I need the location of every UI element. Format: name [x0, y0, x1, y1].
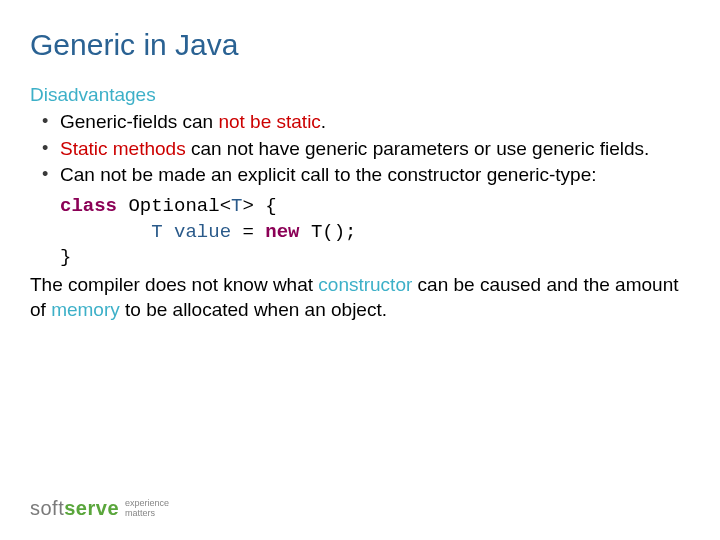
bullet-text: can not have generic parameters or use g… [186, 138, 650, 159]
bullet-text: Generic-fields can [60, 111, 218, 132]
list-item: Generic-fields can not be static. [60, 110, 690, 135]
list-item: Can not be made an explicit call to the … [60, 163, 690, 188]
code-typevar: T [151, 221, 162, 243]
footer-logo: softserve experience matters [30, 497, 169, 520]
code-text: (); [322, 221, 356, 243]
bullet-highlight: not be static [218, 111, 320, 132]
code-block: class Optional<T> { T value = new T(); } [30, 194, 690, 271]
code-indent [60, 221, 151, 243]
logo-tagline: experience matters [125, 499, 169, 519]
para-highlight: constructor [318, 274, 412, 295]
logo-serve: serve [64, 497, 119, 519]
code-keyword: class [60, 195, 117, 217]
code-ident: value [163, 221, 231, 243]
slide-content: Generic in Java Disadvantages Generic-fi… [0, 0, 720, 322]
slide-title: Generic in Java [30, 28, 690, 62]
code-text: } [60, 246, 71, 268]
bullet-highlight: Static methods [60, 138, 186, 159]
code-keyword: new [265, 221, 299, 243]
paragraph: The compiler does not know what construc… [30, 273, 690, 322]
code-text: = [231, 221, 265, 243]
code-typevar: T [299, 221, 322, 243]
code-text: > { [242, 195, 276, 217]
code-typevar: T [231, 195, 242, 217]
tagline-line: matters [125, 509, 169, 519]
para-highlight: memory [51, 299, 120, 320]
list-item: Static methods can not have generic para… [60, 137, 690, 162]
logo-soft: soft [30, 497, 64, 519]
para-text: The compiler does not know what [30, 274, 318, 295]
para-text: to be allocated when an object. [120, 299, 387, 320]
bullet-text: Can not be made an explicit call to the … [60, 164, 597, 185]
logo-wordmark: softserve [30, 497, 119, 520]
code-text: Optional< [117, 195, 231, 217]
bullet-list: Generic-fields can not be static. Static… [30, 110, 690, 188]
bullet-text: . [321, 111, 326, 132]
section-heading: Disadvantages [30, 84, 690, 106]
